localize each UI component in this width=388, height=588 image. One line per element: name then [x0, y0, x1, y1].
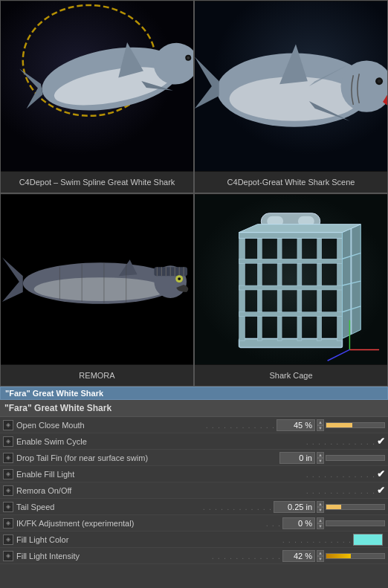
- prop-icon-8[interactable]: ◈: [3, 551, 13, 561]
- prop-row-fill-light-intensity: ◈ Fill Light Intensity . . . . . . . . .…: [0, 548, 388, 564]
- prop-label-2: Drop Tail Fin (for near surface swim): [16, 453, 279, 462]
- prop-spinner-up-8[interactable]: ▲: [317, 550, 324, 556]
- fill-light-color-swatch[interactable]: [353, 534, 383, 546]
- prop-row-open-close-mouth: ◈ Open Close Mouth . . . . . . . . . . .…: [0, 417, 388, 433]
- prop-icon-3[interactable]: ◈: [3, 469, 13, 479]
- thumb-canvas-1: [1, 1, 193, 172]
- prop-label-0: Open Close Mouth: [16, 421, 204, 430]
- shark-scene-1-svg: [1, 1, 193, 171]
- prop-value-0: ▲ ▼: [277, 419, 385, 431]
- prop-icon-2[interactable]: ◈: [3, 453, 13, 463]
- prop-value-4: ✔: [377, 485, 385, 496]
- properties-panel: "Fara" Great White Shark "Fara" Great Wh…: [0, 387, 388, 564]
- prop-input-5[interactable]: [274, 501, 315, 513]
- prop-spinner-down-5[interactable]: ▼: [317, 507, 324, 513]
- prop-spinner-8[interactable]: ▲ ▼: [317, 550, 324, 562]
- svg-rect-41: [239, 312, 343, 317]
- prop-value-7: [353, 534, 385, 546]
- prop-spinner-up-0[interactable]: ▲: [317, 419, 324, 425]
- thumbnail-grid: C4Depot – Swim Spline Great White Shark: [0, 0, 388, 387]
- thumb-shark-cage[interactable]: Shark Cage: [194, 193, 388, 387]
- prop-icon-5[interactable]: ◈: [3, 502, 13, 512]
- prop-icon-1[interactable]: ◈: [3, 436, 13, 447]
- prop-value-6: ▲ ▼: [282, 517, 385, 529]
- svg-rect-31: [239, 338, 343, 347]
- props-title-bar: "Fara" Great White Shark: [0, 387, 388, 400]
- thumb-remora[interactable]: REMORA: [0, 193, 194, 387]
- props-header: "Fara" Great White Shark: [0, 400, 388, 417]
- prop-label-6: IK/FK Adjustment (experimental): [16, 519, 265, 528]
- prop-spinner-down-6[interactable]: ▼: [317, 523, 324, 529]
- prop-bar-fill-5: [326, 505, 341, 509]
- prop-bar-0: [326, 422, 385, 428]
- prop-spinner-down-0[interactable]: ▼: [317, 425, 324, 431]
- prop-spinner-5[interactable]: ▲ ▼: [317, 501, 324, 513]
- prop-bar-8: [326, 553, 385, 559]
- prop-bar-fill-0: [326, 423, 352, 427]
- prop-check-4: ✔: [377, 485, 385, 496]
- svg-rect-39: [239, 259, 343, 263]
- thumb-label-2: C4Depot-Great White Shark Scene: [195, 172, 387, 193]
- prop-row-drop-tail-fin: ◈ Drop Tail Fin (for near surface swim) …: [0, 450, 388, 466]
- prop-input-6[interactable]: [282, 517, 315, 529]
- prop-spinner-down-8[interactable]: ▼: [317, 556, 324, 562]
- prop-label-3: Enable Fill Light: [16, 470, 305, 479]
- prop-label-4: Remora On/Off: [16, 486, 305, 495]
- shark-scene-2-svg: [195, 1, 387, 171]
- prop-label-8: Fill Light Intensity: [16, 552, 210, 560]
- prop-row-tail-speed: ◈ Tail Speed . . . . . . . . . . . . ▲ ▼: [0, 499, 388, 515]
- svg-point-12: [378, 80, 381, 83]
- remora-svg: [1, 195, 193, 364]
- prop-input-2[interactable]: [279, 452, 315, 464]
- prop-spinner-up-2[interactable]: ▲: [317, 452, 324, 458]
- thumb-label-1: C4Depot – Swim Spline Great White Shark: [1, 172, 193, 193]
- svg-point-26: [178, 277, 181, 280]
- prop-label-7: Fill Light Color: [16, 535, 281, 544]
- prop-value-2: ▲ ▼: [279, 452, 385, 464]
- svg-rect-38: [239, 232, 343, 238]
- thumb-canvas-3: [1, 194, 193, 365]
- prop-icon-7[interactable]: ◈: [3, 534, 13, 545]
- prop-spinner-0[interactable]: ▲ ▼: [317, 419, 324, 431]
- prop-bar-fill-8: [326, 554, 351, 558]
- prop-row-enable-fill-light: ◈ Enable Fill Light . . . . . . . . . . …: [0, 466, 388, 482]
- prop-value-5: ▲ ▼: [274, 501, 385, 513]
- prop-row-ikfk: ◈ IK/FK Adjustment (experimental) . . . …: [0, 515, 388, 532]
- prop-row-swim-cycle: ◈ Enable Swim Cycle . . . . . . . . . . …: [0, 433, 388, 450]
- prop-row-fill-light-color: ◈ Fill Light Color . . . . . . . . . . .…: [0, 532, 388, 548]
- prop-icon-0[interactable]: ◈: [3, 420, 13, 430]
- prop-row-remora-onoff: ◈ Remora On/Off . . . . . . . . . . . . …: [0, 482, 388, 499]
- prop-label-1: Enable Swim Cycle: [16, 437, 305, 446]
- prop-spinner-6[interactable]: ▲ ▼: [317, 517, 324, 529]
- svg-rect-40: [239, 285, 343, 290]
- prop-input-0[interactable]: [277, 419, 315, 431]
- thumb-label-4: Shark Cage: [195, 365, 387, 386]
- thumb-swim-spline[interactable]: C4Depot – Swim Spline Great White Shark: [0, 0, 194, 193]
- prop-icon-6[interactable]: ◈: [3, 518, 13, 529]
- prop-spinner-down-2[interactable]: ▼: [317, 458, 324, 464]
- prop-value-8: ▲ ▼: [282, 550, 385, 562]
- prop-value-3: ✔: [377, 468, 385, 479]
- prop-label-5: Tail Speed: [16, 503, 201, 511]
- thumb-canvas-4: [195, 194, 387, 365]
- svg-marker-47: [239, 224, 361, 233]
- svg-point-15: [34, 277, 167, 301]
- prop-spinner-up-6[interactable]: ▲: [317, 517, 324, 523]
- prop-bar-5: [326, 504, 385, 510]
- prop-rows-container: ◈ Open Close Mouth . . . . . . . . . . .…: [0, 417, 388, 564]
- prop-bar-2: [326, 455, 385, 461]
- prop-icon-4[interactable]: ◈: [3, 485, 13, 496]
- thumb-label-3: REMORA: [1, 365, 193, 386]
- prop-spinner-2[interactable]: ▲ ▼: [317, 452, 324, 464]
- thumb-canvas-2: [195, 1, 387, 172]
- prop-value-1: ✔: [377, 436, 385, 447]
- prop-check-3: ✔: [377, 468, 385, 479]
- svg-point-9: [230, 77, 360, 121]
- prop-bar-6: [326, 520, 385, 526]
- thumb-gwb-scene[interactable]: C4Depot-Great White Shark Scene: [194, 0, 388, 193]
- prop-spinner-up-5[interactable]: ▲: [317, 501, 324, 507]
- prop-check-1: ✔: [377, 436, 385, 447]
- prop-input-8[interactable]: [282, 550, 315, 562]
- cage-svg: [195, 195, 387, 364]
